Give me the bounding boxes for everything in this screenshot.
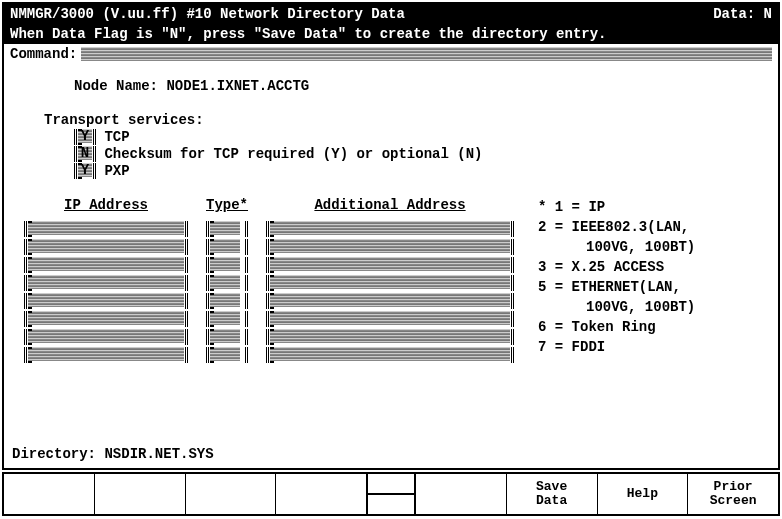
node-name-row: Node Name: NODE1.IXNET.ACCTG	[74, 78, 768, 94]
addl-field[interactable]	[266, 257, 514, 273]
softkey-divider	[368, 474, 416, 514]
title-text: NMMGR/3000 (V.uu.ff) #10 Network Directo…	[10, 6, 405, 22]
legend-line: 2 = IEEE802.3(LAN,	[538, 217, 695, 237]
transport-flag-checksum[interactable]: N	[74, 146, 96, 162]
ip-field[interactable]	[24, 257, 188, 273]
addl-field[interactable]	[266, 221, 514, 237]
directory-value: NSDIR.NET.SYS	[104, 446, 213, 462]
command-line: Command:	[4, 44, 778, 64]
col-type: Type*	[206, 197, 248, 363]
main-screen: NMMGR/3000 (V.uu.ff) #10 Network Directo…	[2, 2, 780, 470]
addl-field[interactable]	[266, 347, 514, 363]
type-field[interactable]	[206, 239, 248, 255]
title-bar: NMMGR/3000 (V.uu.ff) #10 Network Directo…	[4, 4, 778, 24]
type-field[interactable]	[206, 275, 248, 291]
softkey-bar: SaveData Help PriorScreen	[2, 472, 780, 516]
col-addl-header: Additional Address	[266, 197, 514, 215]
hint-line: When Data Flag is "N", press "Save Data"…	[4, 24, 778, 44]
directory-row: Directory: NSDIR.NET.SYS	[12, 446, 214, 462]
addl-field[interactable]	[266, 329, 514, 345]
col-ip: IP Address	[24, 197, 188, 363]
legend-line: 7 = FDDI	[538, 337, 695, 357]
ip-field[interactable]	[24, 329, 188, 345]
type-field[interactable]	[206, 293, 248, 309]
legend-line: 6 = Token Ring	[538, 317, 695, 337]
type-field[interactable]	[206, 221, 248, 237]
legend-line: 100VG, 100BT)	[538, 237, 695, 257]
address-table: IP Address Type*	[24, 197, 768, 363]
ip-field[interactable]	[24, 221, 188, 237]
ip-field[interactable]	[24, 239, 188, 255]
softkey-f2[interactable]	[95, 474, 186, 514]
addl-field[interactable]	[266, 311, 514, 327]
col-type-header: Type*	[206, 197, 248, 215]
ip-field[interactable]	[24, 275, 188, 291]
node-name-value: NODE1.IXNET.ACCTG	[166, 78, 309, 94]
softkey-f4[interactable]	[276, 474, 366, 514]
transport-label-checksum: Checksum for TCP required (Y) or optiona…	[104, 146, 482, 162]
type-field[interactable]	[206, 311, 248, 327]
softkey-save-data[interactable]: SaveData	[507, 474, 598, 514]
col-ip-header: IP Address	[24, 197, 188, 215]
legend-line: 100VG, 100BT)	[538, 297, 695, 317]
type-field[interactable]	[206, 257, 248, 273]
directory-label: Directory:	[12, 446, 96, 462]
type-legend: * 1 = IP 2 = IEEE802.3(LAN, 100VG, 100BT…	[538, 197, 695, 363]
legend-line: 3 = X.25 ACCESS	[538, 257, 695, 277]
transport-label-pxp: PXP	[104, 163, 129, 179]
transport-section: Transport services: Y TCP N Checksum for…	[44, 112, 768, 179]
type-field[interactable]	[206, 347, 248, 363]
transport-flag-tcp[interactable]: Y	[74, 129, 96, 145]
transport-label-tcp: TCP	[104, 129, 129, 145]
legend-line: * 1 = IP	[538, 197, 695, 217]
transport-row-checksum: N Checksum for TCP required (Y) or optio…	[74, 146, 768, 162]
softkey-help[interactable]: Help	[598, 474, 689, 514]
command-input[interactable]	[81, 47, 772, 61]
data-flag: Data: N	[713, 6, 772, 22]
addl-field[interactable]	[266, 239, 514, 255]
command-label: Command:	[10, 46, 77, 62]
softkey-f3[interactable]	[186, 474, 277, 514]
transport-label: Transport services:	[44, 112, 768, 128]
transport-flag-pxp[interactable]: Y	[74, 163, 96, 179]
type-field[interactable]	[206, 329, 248, 345]
softkey-prior-screen[interactable]: PriorScreen	[688, 474, 778, 514]
ip-field[interactable]	[24, 293, 188, 309]
softkey-f1[interactable]	[4, 474, 95, 514]
col-addl: Additional Address	[266, 197, 514, 363]
ip-field[interactable]	[24, 311, 188, 327]
legend-line: 5 = ETHERNET(LAN,	[538, 277, 695, 297]
ip-field[interactable]	[24, 347, 188, 363]
node-name-label: Node Name:	[74, 78, 158, 94]
addl-field[interactable]	[266, 275, 514, 291]
addl-field[interactable]	[266, 293, 514, 309]
transport-row-pxp: Y PXP	[74, 163, 768, 179]
transport-row-tcp: Y TCP	[74, 129, 768, 145]
softkey-f5[interactable]	[416, 474, 507, 514]
